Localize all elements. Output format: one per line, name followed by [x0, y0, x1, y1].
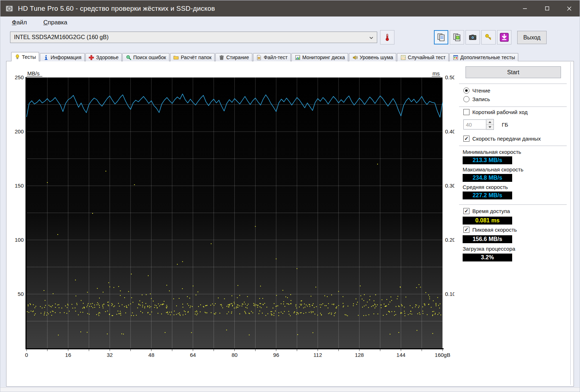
tab-label: Файл-тест — [264, 55, 288, 60]
access-time-checkbox[interactable]: ✓ Время доступа — [463, 208, 510, 214]
exit-button[interactable]: Выход — [517, 31, 547, 44]
left-axis-tick: 100 — [15, 237, 24, 243]
tab-дополнительные-тесты[interactable]: Дополнительные тесты — [449, 53, 518, 61]
tab-информация[interactable]: Информация — [40, 53, 85, 61]
tab-label: Мониторинг диска — [302, 55, 345, 60]
save-results-button[interactable] — [497, 30, 511, 44]
maximize-button[interactable] — [536, 0, 558, 16]
status-bar — [0, 387, 580, 392]
right-axis-tick: 0.20 — [445, 237, 454, 243]
tab-расчёт-папок[interactable]: Расчёт папок — [170, 53, 215, 61]
separator — [459, 146, 567, 146]
left-axis-unit-label: MB/s — [27, 70, 39, 76]
burst-rate-value: 156.6 MB/s — [463, 235, 512, 243]
tab-мониторинг-диска[interactable]: Мониторинг диска — [291, 53, 348, 61]
app-icon — [5, 4, 14, 13]
x-axis-line — [25, 348, 444, 349]
x-axis-tick: 48 — [148, 352, 154, 358]
thermometer-icon — [383, 33, 391, 41]
right-axis-tick: 0.50 — [445, 74, 454, 80]
short-stroke-checkbox[interactable]: Короткий рабочий ход — [463, 109, 528, 115]
transfer-rate-checkbox[interactable]: ✓ Скорость передачи данных — [463, 136, 541, 142]
capacity-input[interactable]: 40 — [463, 119, 486, 129]
checkbox-checked-icon: ✓ — [463, 136, 469, 142]
tab-label: Стирание — [226, 55, 249, 60]
read-radio-label: Чтение — [472, 88, 490, 94]
file-test-icon — [256, 55, 262, 60]
right-axis-tick: 0.40 — [445, 128, 454, 134]
capacity-unit-label: ГБ — [502, 122, 508, 128]
menu-item-file[interactable]: Файл — [7, 18, 32, 28]
stepper-down-button[interactable] — [486, 124, 494, 129]
key-icon — [484, 33, 493, 42]
access-time-value: 0.081 ms — [463, 217, 512, 225]
tab-label: Информация — [51, 55, 81, 60]
checkbox-checked-icon: ✓ — [463, 208, 469, 214]
left-axis-tick: 50 — [18, 291, 24, 297]
toolbar: INTEL SSDSA2M160G2GC (160 gB) Выход — [0, 29, 580, 51]
minimize-icon — [523, 6, 527, 11]
x-axis-tick: 0 — [25, 352, 28, 358]
tab-случайный-тест[interactable]: Случайный тест — [397, 53, 449, 61]
capacity-stepper[interactable] — [486, 119, 494, 130]
separator — [459, 84, 567, 84]
burst-rate-checkbox[interactable]: ✓ Пиковая скорость — [463, 227, 517, 233]
x-axis-tick: 32 — [107, 352, 113, 358]
transfer-rate-label: Скорость передачи данных — [472, 136, 541, 142]
tab-label: Случайный тест — [408, 55, 445, 60]
title-bar: HD Tune Pro 5.60 - средство проверки жёс… — [0, 0, 580, 16]
info-icon — [43, 55, 49, 60]
x-axis-tick: 112 — [313, 352, 322, 358]
tab-тесты[interactable]: Тесты — [11, 52, 39, 61]
tab-здоровье[interactable]: Здоровье — [85, 53, 122, 61]
tab-уровень-шума[interactable]: Уровень шума — [349, 53, 396, 61]
metric-label: Средняя скорость — [463, 184, 508, 190]
start-button[interactable]: Start — [466, 66, 561, 78]
close-button[interactable] — [558, 0, 580, 16]
read-radio[interactable]: Чтение — [463, 88, 490, 94]
tab-label: Расчёт папок — [181, 55, 212, 60]
tab-label: Здоровье — [96, 55, 119, 60]
minimize-button[interactable] — [514, 0, 536, 16]
separator — [459, 204, 567, 205]
benchmark-chart: MB/s25020015010050ms0.500.400.300.200.10… — [0, 61, 454, 366]
right-axis-tick: 0.10 — [445, 291, 454, 297]
x-axis-tick: 128 — [355, 352, 364, 358]
temperature-button[interactable] — [380, 30, 394, 44]
y-axis-line — [25, 77, 27, 349]
radio-selected-icon — [463, 88, 469, 94]
tab-label: Дополнительные тесты — [460, 55, 515, 60]
left-axis-tick: 150 — [15, 183, 24, 189]
x-axis-tick: 96 — [273, 352, 279, 358]
cpu-usage-value: 3.2% — [463, 254, 512, 261]
short-stroke-size: 40 ГБ — [463, 119, 508, 130]
drive-select-value: INTEL SSDSA2M160G2GC (160 gB) — [14, 34, 109, 41]
tab-label: Поиск ошибок — [133, 55, 166, 60]
metric-label: Минимальная скорость — [463, 149, 521, 155]
screenshot-button[interactable] — [466, 30, 480, 44]
arrow-up-icon — [488, 121, 491, 123]
copy-text-button[interactable] — [434, 30, 448, 44]
cpu-usage-label: Загрузка процессора — [463, 246, 515, 252]
random-test-icon — [400, 55, 406, 60]
test-control-panel: Start Чтение Запись Короткий рабочий ход… — [456, 61, 570, 386]
left-axis-tick: 200 — [15, 128, 24, 134]
tab-файл-тест[interactable]: Файл-тест — [253, 53, 291, 61]
burst-rate-label: Пиковая скорость — [472, 227, 517, 233]
menu-item-help[interactable]: Справка — [38, 18, 72, 28]
write-radio[interactable]: Запись — [463, 96, 490, 102]
copy-image-button[interactable] — [450, 30, 464, 44]
checkbox-checked-icon: ✓ — [463, 227, 469, 233]
tab-стирание[interactable]: Стирание — [215, 53, 252, 61]
stepper-up-button[interactable] — [486, 119, 494, 124]
x-axis-tick: 64 — [190, 352, 196, 358]
arrow-down-icon — [488, 126, 491, 128]
options-button[interactable] — [481, 30, 496, 44]
close-icon — [567, 6, 572, 11]
maximize-icon — [545, 6, 549, 11]
chevron-down-icon — [369, 35, 374, 41]
disk-monitor-icon — [295, 55, 300, 60]
drive-select[interactable]: INTEL SSDSA2M160G2GC (160 gB) — [10, 32, 377, 43]
radio-unselected-icon — [463, 96, 469, 102]
tab-поиск-ошибок[interactable]: Поиск ошибок — [122, 53, 169, 61]
